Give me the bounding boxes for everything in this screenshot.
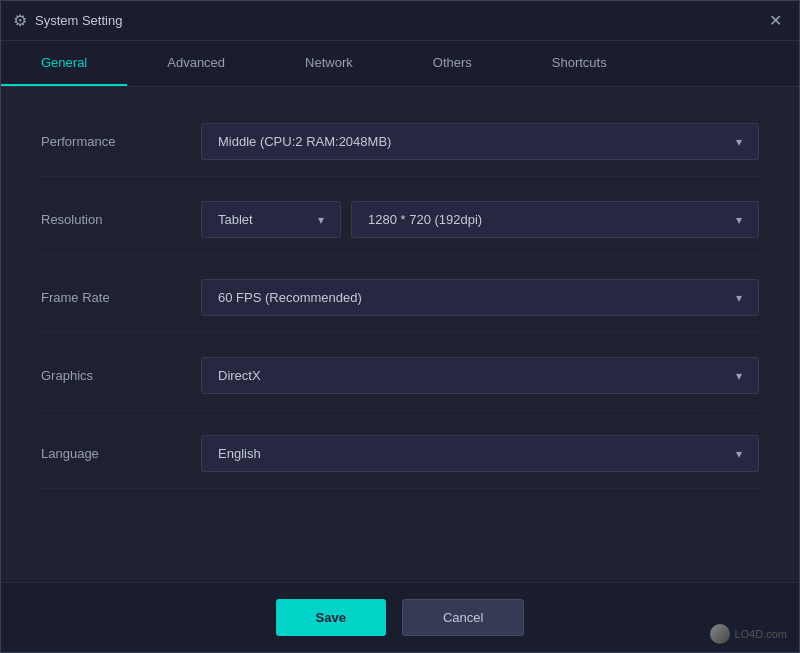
resolution-type-value: Tablet: [218, 212, 253, 227]
resolution-type-select[interactable]: Tablet ▾: [201, 201, 341, 238]
framerate-row: Frame Rate 60 FPS (Recommended) ▾: [41, 263, 759, 333]
tab-general[interactable]: General: [1, 41, 127, 86]
titlebar: ⚙ System Setting ✕: [1, 1, 799, 41]
resolution-size-chevron-icon: ▾: [736, 213, 742, 227]
window-title: System Setting: [35, 13, 122, 28]
framerate-label: Frame Rate: [41, 290, 201, 305]
resolution-size-value: 1280 * 720 (192dpi): [368, 212, 482, 227]
language-value: English: [218, 446, 261, 461]
performance-value: Middle (CPU:2 RAM:2048MB): [218, 134, 391, 149]
graphics-chevron-icon: ▾: [736, 369, 742, 383]
footer: Save Cancel: [1, 582, 799, 652]
watermark-logo-icon: [710, 624, 730, 644]
performance-select[interactable]: Middle (CPU:2 RAM:2048MB) ▾: [201, 123, 759, 160]
graphics-label: Graphics: [41, 368, 201, 383]
resolution-controls: Tablet ▾ 1280 * 720 (192dpi) ▾: [201, 201, 759, 238]
language-label: Language: [41, 446, 201, 461]
language-chevron-icon: ▾: [736, 447, 742, 461]
resolution-type-chevron-icon: ▾: [318, 213, 324, 227]
tab-shortcuts[interactable]: Shortcuts: [512, 41, 647, 86]
close-button[interactable]: ✕: [763, 9, 787, 33]
graphics-value: DirectX: [218, 368, 261, 383]
framerate-value: 60 FPS (Recommended): [218, 290, 362, 305]
framerate-chevron-icon: ▾: [736, 291, 742, 305]
watermark-text: LO4D.com: [734, 628, 787, 640]
framerate-select[interactable]: 60 FPS (Recommended) ▾: [201, 279, 759, 316]
graphics-controls: DirectX ▾: [201, 357, 759, 394]
framerate-controls: 60 FPS (Recommended) ▾: [201, 279, 759, 316]
language-row: Language English ▾: [41, 419, 759, 489]
performance-label: Performance: [41, 134, 201, 149]
resolution-label: Resolution: [41, 212, 201, 227]
tab-bar: General Advanced Network Others Shortcut…: [1, 41, 799, 87]
tab-others[interactable]: Others: [393, 41, 512, 86]
tab-advanced[interactable]: Advanced: [127, 41, 265, 86]
save-button[interactable]: Save: [276, 599, 386, 636]
graphics-select[interactable]: DirectX ▾: [201, 357, 759, 394]
system-setting-window: ⚙ System Setting ✕ General Advanced Netw…: [0, 0, 800, 653]
resolution-row: Resolution Tablet ▾ 1280 * 720 (192dpi) …: [41, 185, 759, 255]
performance-chevron-icon: ▾: [736, 135, 742, 149]
settings-content: Performance Middle (CPU:2 RAM:2048MB) ▾ …: [1, 87, 799, 582]
language-controls: English ▾: [201, 435, 759, 472]
cancel-button[interactable]: Cancel: [402, 599, 524, 636]
watermark: LO4D.com: [710, 624, 787, 644]
tab-network[interactable]: Network: [265, 41, 393, 86]
settings-icon: ⚙: [13, 11, 27, 30]
performance-controls: Middle (CPU:2 RAM:2048MB) ▾: [201, 123, 759, 160]
language-select[interactable]: English ▾: [201, 435, 759, 472]
graphics-row: Graphics DirectX ▾: [41, 341, 759, 411]
performance-row: Performance Middle (CPU:2 RAM:2048MB) ▾: [41, 107, 759, 177]
titlebar-left: ⚙ System Setting: [13, 11, 122, 30]
resolution-size-select[interactable]: 1280 * 720 (192dpi) ▾: [351, 201, 759, 238]
